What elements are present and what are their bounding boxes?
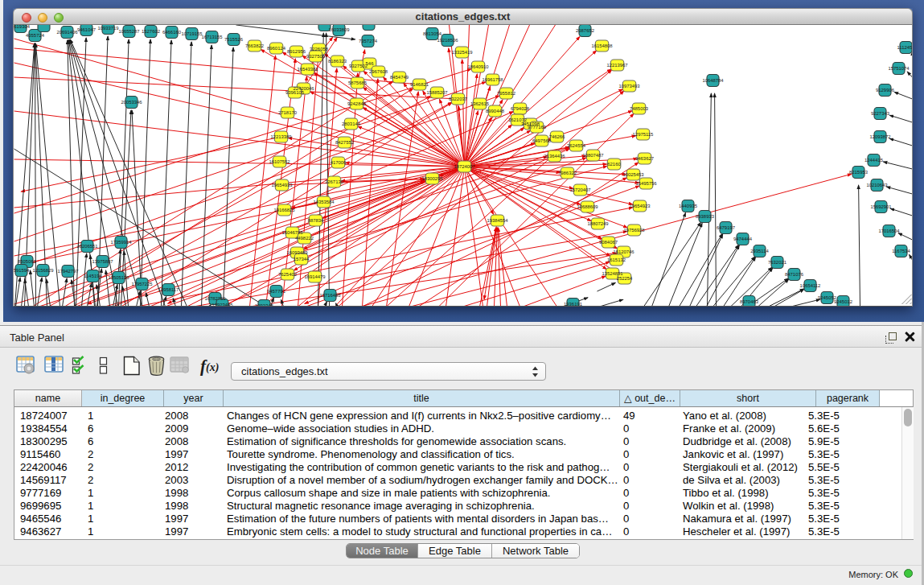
svg-text:7515526: 7515526 (224, 37, 244, 42)
svg-text:1244415: 1244415 (864, 158, 884, 163)
svg-text:10958117: 10958117 (158, 287, 179, 292)
svg-text:17359914: 17359914 (110, 240, 132, 245)
svg-text:746266: 746266 (549, 134, 565, 139)
svg-text:16543382: 16543382 (297, 67, 318, 72)
svg-text:9461047: 9461047 (77, 27, 96, 32)
svg-text:18807249: 18807249 (587, 221, 608, 226)
svg-text:2803144: 2803144 (342, 122, 361, 126)
svg-text:15716485: 15716485 (319, 293, 341, 298)
svg-text:6322037: 6322037 (449, 97, 467, 101)
svg-text:8938933: 8938933 (696, 214, 715, 219)
svg-text:10648784: 10648784 (702, 78, 724, 83)
svg-text:7357274: 7357274 (359, 39, 378, 43)
svg-text:10719155: 10719155 (181, 31, 203, 36)
svg-text:16120746: 16120746 (613, 249, 634, 254)
svg-text:16961758: 16961758 (482, 77, 503, 82)
svg-text:16093489: 16093489 (286, 250, 307, 255)
svg-text:7663822: 7663822 (245, 43, 264, 48)
svg-text:9396105: 9396105 (285, 90, 305, 95)
svg-text:15495756: 15495756 (635, 181, 657, 186)
svg-text:8813054: 8813054 (423, 31, 442, 36)
svg-text:18640910: 18640910 (467, 64, 489, 69)
svg-text:12213967: 12213967 (606, 63, 627, 68)
svg-text:8970463: 8970463 (740, 299, 759, 304)
svg-text:5875685: 5875685 (348, 80, 368, 85)
svg-text:16033809: 16033809 (328, 27, 349, 32)
svg-text:4498222: 4498222 (295, 236, 314, 241)
svg-text:1362615: 1362615 (470, 101, 490, 106)
svg-text:10973493: 10973493 (618, 84, 640, 89)
svg-text:15692901: 15692901 (870, 204, 891, 209)
svg-text:9129906: 9129906 (876, 88, 895, 93)
svg-text:6479197: 6479197 (717, 225, 735, 230)
svg-text:8471076: 8471076 (785, 272, 804, 277)
svg-text:20691406: 20691406 (56, 30, 78, 35)
svg-text:12156829: 12156829 (32, 268, 53, 273)
svg-text:1527602: 1527602 (142, 29, 160, 34)
svg-text:1615132: 1615132 (607, 257, 626, 262)
svg-text:7632021: 7632021 (768, 260, 786, 265)
svg-text:887834: 887834 (308, 218, 324, 223)
svg-text:2967608: 2967608 (369, 69, 388, 74)
svg-text:6466160: 6466160 (162, 30, 182, 35)
svg-text:8912956: 8912956 (287, 49, 306, 54)
svg-text:9463627: 9463627 (635, 156, 654, 161)
svg-text:19654923: 19654923 (629, 204, 651, 208)
svg-text:12505135: 12505135 (108, 275, 129, 280)
svg-text:16046785: 16046785 (281, 230, 303, 235)
svg-text:10655287: 10655287 (118, 29, 139, 34)
svg-text:17957225: 17957225 (131, 282, 153, 286)
svg-text:10025453: 10025453 (622, 172, 644, 177)
svg-text:13325419: 13325419 (451, 50, 472, 55)
svg-text:10807487: 10807487 (582, 153, 603, 158)
svg-text:1112453: 1112453 (897, 45, 913, 50)
svg-text:19756928: 19756928 (623, 228, 645, 233)
svg-text:(x): (x) (206, 361, 219, 374)
svg-text:18300295: 18300295 (421, 176, 443, 181)
svg-text:2935114: 2935114 (750, 249, 769, 253)
svg-text:8505061: 8505061 (18, 259, 36, 264)
svg-text:20206551: 20206551 (76, 244, 97, 249)
svg-text:6497568: 6497568 (532, 138, 552, 143)
svg-text:8427552: 8427552 (335, 140, 354, 145)
svg-text:10654112: 10654112 (800, 283, 821, 288)
svg-text:6794028: 6794028 (511, 106, 530, 111)
svg-text:9227343: 9227343 (871, 111, 890, 116)
svg-text:9245052: 9245052 (818, 295, 836, 300)
svg-text:16713155: 16713155 (201, 35, 223, 39)
svg-text:15885207: 15885207 (426, 90, 447, 95)
svg-text:2718170: 2718170 (278, 110, 298, 115)
svg-text:1936191: 1936191 (564, 302, 582, 307)
svg-text:9327502: 9327502 (349, 64, 368, 68)
svg-text:1440935: 1440935 (679, 204, 698, 208)
svg-text:252254: 252254 (617, 276, 633, 281)
svg-text:3267130: 3267130 (325, 179, 344, 184)
svg-text:19384554: 19384554 (487, 218, 508, 223)
svg-text:546: 546 (366, 61, 375, 66)
svg-text:15751074: 15751074 (888, 66, 910, 71)
svg-text:9146821: 9146821 (410, 82, 429, 87)
svg-text:62160: 62160 (607, 162, 621, 167)
svg-text:9457791: 9457791 (267, 289, 285, 294)
svg-text:10210643: 10210643 (866, 183, 888, 187)
svg-text:7955812: 7955812 (497, 91, 515, 96)
svg-text:16154808: 16154808 (591, 43, 613, 48)
svg-text:7625402: 7625402 (278, 272, 297, 277)
svg-text:20053346: 20053346 (121, 100, 142, 105)
svg-text:19654933: 19654933 (271, 183, 293, 187)
svg-text:9777169: 9777169 (528, 125, 546, 130)
svg-text:21364436: 21364436 (544, 154, 565, 159)
svg-text:18724007: 18724007 (454, 164, 474, 169)
svg-text:9474444: 9474444 (733, 237, 753, 241)
svg-text:1619304: 1619304 (14, 25, 31, 29)
svg-text:8215953: 8215953 (849, 170, 869, 175)
svg-text:8186323: 8186323 (328, 59, 347, 64)
svg-text:8454749: 8454749 (390, 75, 409, 80)
svg-text:12923485: 12923485 (211, 303, 233, 307)
svg-text:8960124: 8960124 (267, 46, 286, 51)
svg-text:1292345: 1292345 (255, 303, 274, 307)
svg-text:4055724: 4055724 (26, 33, 45, 38)
svg-text:12975115: 12975115 (633, 132, 654, 137)
svg-text:1167534: 1167534 (892, 249, 910, 253)
svg-text:391594: 391594 (14, 268, 30, 273)
